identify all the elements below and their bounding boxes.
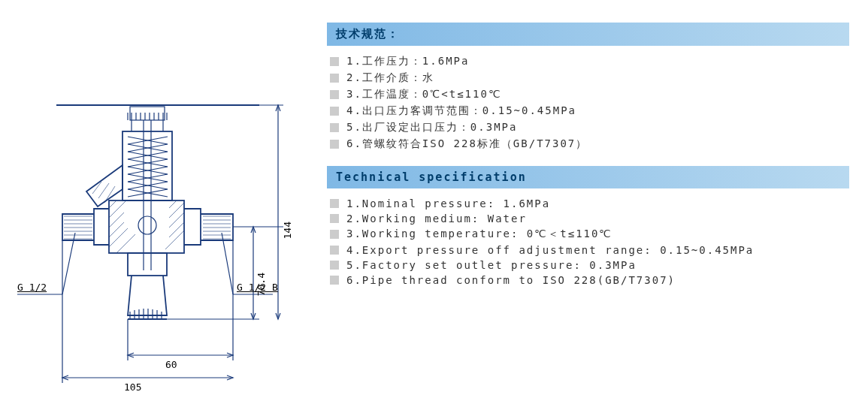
- dim-width-inner: 60: [165, 359, 177, 370]
- bullet-icon: [330, 123, 339, 132]
- bullet-icon: [330, 261, 339, 270]
- spec-list-en: 1.Nominal pressure: 1.6MPa 2.Working med…: [327, 196, 853, 301]
- bullet-icon: [330, 230, 339, 239]
- dim-width-overall: 105: [124, 381, 141, 393]
- spec-text: 5.Factory set outlet pressure: 0.3MPa: [346, 259, 637, 271]
- svg-line-20: [169, 200, 177, 208]
- dim-height-overall: 144: [282, 222, 293, 239]
- bullet-icon: [330, 140, 339, 149]
- svg-rect-31: [128, 253, 167, 276]
- bullet-icon: [330, 74, 339, 83]
- spec-item: 5.出厂设定出口压力：0.3MPa: [327, 119, 853, 136]
- svg-line-21: [169, 203, 184, 218]
- spec-text: 5.出厂设定出口压力：0.3MPa: [346, 121, 517, 134]
- spec-item: 1.Nominal pressure: 1.6MPa: [327, 196, 853, 211]
- svg-line-19: [116, 234, 135, 253]
- spec-text: 6.管螺纹符合ISO 228标准（GB/T7307）: [346, 137, 588, 151]
- svg-line-18: [109, 228, 128, 247]
- spec-item: 4.出口压力客调节范围：0.15~0.45MPa: [327, 103, 853, 119]
- spec-item: 2.工作介质：水: [327, 70, 853, 86]
- spec-header-en: Technical specification: [327, 166, 849, 188]
- svg-line-23: [169, 222, 184, 237]
- svg-line-29: [98, 183, 109, 198]
- svg-rect-13: [109, 200, 184, 253]
- spec-text: 3.Working temperature: 0℃＜t≤110℃: [346, 228, 612, 241]
- svg-line-22: [169, 213, 184, 228]
- svg-rect-1: [130, 107, 165, 120]
- valve-cross-section-svg: [4, 15, 319, 413]
- spec-item: 6.Pipe thread conform to ISO 228(GB/T730…: [327, 273, 853, 288]
- spec-text: 1.Nominal pressure: 1.6MPa: [346, 197, 550, 210]
- spec-item: 1.工作压力：1.6MPa: [327, 53, 853, 70]
- svg-line-14: [109, 200, 116, 208]
- svg-line-24: [165, 231, 184, 249]
- thread-label-right: G 1/2 B: [237, 282, 278, 293]
- bullet-icon: [330, 57, 339, 66]
- bullet-icon: [330, 107, 339, 116]
- spec-text: 2.Working medium: Water: [346, 213, 527, 225]
- spec-item: 2.Working medium: Water: [327, 211, 853, 226]
- svg-line-16: [109, 213, 124, 228]
- spec-text: 4.Export pressure off adjustment range: …: [346, 244, 754, 256]
- spec-text: 2.工作介质：水: [346, 71, 434, 85]
- bullet-icon: [330, 246, 339, 255]
- spec-text: 3.工作温度：0℃<t≤110℃: [346, 88, 502, 101]
- svg-point-27: [138, 216, 156, 234]
- spec-list-cn: 1.工作压力：1.6MPa 2.工作介质：水 3.工作温度：0℃<t≤110℃ …: [327, 53, 853, 166]
- spec-text: 6.Pipe thread conform to ISO 228(GB/T730…: [346, 274, 676, 286]
- spec-text: 1.工作压力：1.6MPa: [346, 55, 469, 68]
- bullet-icon: [330, 276, 339, 285]
- spec-text: 4.出口压力客调节范围：0.15~0.45MPa: [346, 104, 576, 118]
- spec-item: 3.工作温度：0℃<t≤110℃: [327, 86, 853, 103]
- bullet-icon: [330, 199, 339, 208]
- spec-header-cn: 技术规范：: [327, 23, 849, 46]
- spec-item: 3.Working temperature: 0℃＜t≤110℃: [327, 226, 853, 243]
- thread-label-left: G 1/2: [17, 282, 47, 293]
- svg-line-17: [109, 222, 124, 237]
- bullet-icon: [330, 214, 339, 223]
- spec-item: 5.Factory set outlet pressure: 0.3MPa: [327, 258, 853, 273]
- specifications-panel: 技术规范： 1.工作压力：1.6MPa 2.工作介质：水 3.工作温度：0℃<t…: [327, 23, 853, 301]
- svg-line-15: [109, 200, 126, 218]
- spec-item: 4.Export pressure off adjustment range: …: [327, 243, 853, 258]
- technical-drawing: 144 70.4 60 105 G 1/2 G 1/2 B: [4, 15, 319, 413]
- spec-item: 6.管螺纹符合ISO 228标准（GB/T7307）: [327, 136, 853, 152]
- bullet-icon: [330, 90, 339, 99]
- svg-line-51: [62, 233, 75, 294]
- svg-line-53: [222, 233, 233, 294]
